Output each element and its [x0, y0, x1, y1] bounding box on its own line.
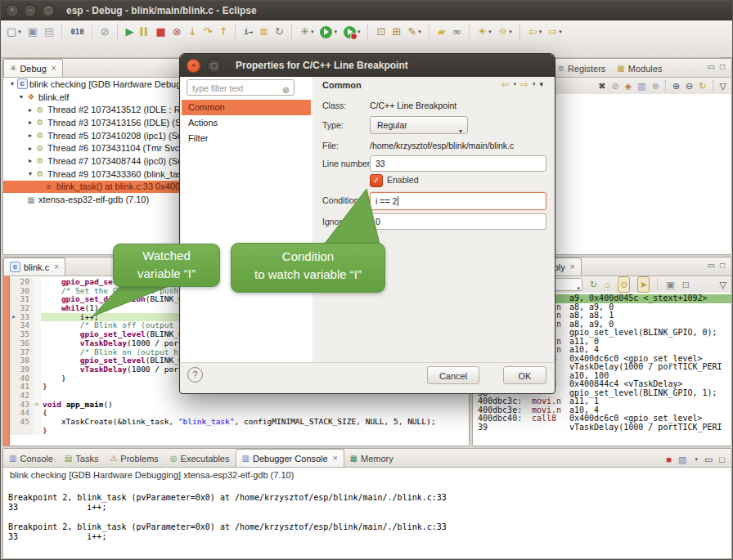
enabled-checkbox[interactable]: ✓	[370, 174, 383, 187]
expander-icon[interactable]: ▸	[26, 106, 34, 114]
close-icon[interactable]: ×	[333, 454, 338, 463]
tab-memory[interactable]: ▦Memory	[344, 450, 399, 467]
dialog-nav-common[interactable]: Common	[182, 100, 311, 115]
sync-active-context-icon[interactable]: ⊙	[618, 276, 630, 293]
close-icon[interactable]: ×	[52, 64, 56, 73]
terminate-console-icon[interactable]: ■	[666, 452, 672, 467]
minimize-icon[interactable]: ▭	[708, 62, 715, 71]
run-button[interactable]: ▾	[317, 24, 340, 40]
skip-all-breakpoints-button[interactable]: ⊘	[98, 24, 112, 40]
open-new-view-icon[interactable]: ▣	[666, 277, 674, 292]
expander-icon[interactable]: ▸	[26, 119, 34, 126]
tab-tasks[interactable]: ▤Tasks	[59, 450, 105, 467]
tab-executables[interactable]: ◎Executables	[164, 450, 236, 467]
maximize-icon[interactable]: □	[720, 62, 725, 71]
expander-icon[interactable]: ▸	[26, 157, 34, 164]
show-columns-icon[interactable]: ▥	[637, 78, 645, 93]
home-icon[interactable]: ⌂	[605, 277, 610, 292]
expander-icon[interactable]: ▾	[26, 170, 34, 177]
window-maximize-icon[interactable]: ▢	[42, 4, 55, 17]
chevron-down-icon[interactable]: ▾	[695, 456, 698, 463]
save-all-button[interactable]: ▤	[42, 24, 56, 40]
remove-selected-icon[interactable]: ✖	[598, 78, 605, 93]
forward-button[interactable]: ⇨▾	[546, 24, 564, 40]
chevron-down-icon[interactable]: ▾	[513, 81, 516, 87]
ignore-count-input[interactable]: 0	[370, 213, 546, 230]
cancel-button[interactable]: Cancel	[427, 366, 479, 384]
fold-marker[interactable]: ⊖	[33, 401, 41, 410]
help-icon[interactable]: ?	[187, 367, 203, 383]
tab-problems[interactable]: ⚠Problems	[104, 450, 164, 467]
open-resource-button[interactable]: ⊞	[389, 24, 403, 40]
profile-button[interactable]: ▾	[341, 24, 363, 40]
tab-debug[interactable]: ✳ Debug ×	[3, 59, 63, 77]
save-button[interactable]: ▣	[25, 24, 40, 40]
step-into-button[interactable]: ↓	[186, 24, 200, 40]
minimize-icon[interactable]: ▭	[708, 261, 715, 270]
expander-icon[interactable]: ▸	[26, 145, 34, 152]
line-number-input[interactable]: 33	[370, 155, 546, 172]
editor-scrollbar[interactable]	[3, 276, 10, 446]
ok-button[interactable]: OK	[503, 366, 546, 384]
maximize-icon[interactable]: □	[720, 261, 725, 270]
display-selected-console-icon[interactable]: ▥	[678, 452, 686, 467]
window-close-icon[interactable]: ×	[6, 4, 19, 17]
view-menu-icon[interactable]: ▾	[539, 80, 543, 88]
chevron-down-icon[interactable]: ▾	[533, 81, 536, 87]
expand-all-icon[interactable]: ⊕	[672, 78, 680, 93]
close-icon[interactable]: ×	[54, 262, 59, 271]
binary-file-button[interactable]: 010	[68, 24, 86, 40]
debug-button[interactable]: ✳▾	[298, 24, 316, 40]
deselect-default-icon[interactable]: ⊗	[652, 78, 659, 93]
step-over-button[interactable]: ↷	[201, 24, 215, 40]
editor-presentation-button[interactable]: ∞	[450, 24, 464, 40]
track-expression-icon[interactable]: ➤	[637, 276, 650, 293]
tab-debugger-console[interactable]: ▥Debugger Console×	[236, 449, 344, 467]
condition-input[interactable]: i == 2	[370, 192, 546, 210]
pin-view-icon[interactable]: ⊡	[682, 277, 690, 292]
dialog-maximize-icon[interactable]: ▢	[207, 59, 221, 73]
breakpoint-marker-icon[interactable]: ➤	[11, 313, 16, 322]
disconnect-button[interactable]: ⊗	[170, 24, 184, 40]
forward-icon[interactable]: ⇨	[520, 78, 528, 90]
next-annotation-button[interactable]: ☀▾	[475, 24, 494, 40]
collapse-all-icon[interactable]: ⊖	[686, 78, 693, 93]
search-button[interactable]: ✎▾	[405, 24, 423, 40]
tab-console[interactable]: ▥Console	[3, 450, 59, 467]
dialog-close-icon[interactable]: ×	[187, 59, 200, 73]
refresh-icon[interactable]: ↻	[699, 78, 706, 93]
step-return-button[interactable]: ↑	[216, 24, 230, 40]
previous-annotation-button[interactable]: ☼▾	[496, 24, 515, 40]
view-menu-icon[interactable]: ▽	[720, 277, 726, 292]
tab-modules[interactable]: ▦Modules	[611, 60, 668, 77]
show-stepping-mode-button[interactable]: ≣	[257, 24, 271, 40]
type-select[interactable]: Regular ▾	[370, 116, 468, 134]
resume-button[interactable]: ▶	[124, 24, 137, 40]
new-wizard-button[interactable]: ▢▾	[4, 24, 24, 40]
tab-blink-c[interactable]: c blink.c ×	[3, 258, 65, 276]
window-minimize-icon[interactable]: –	[24, 4, 37, 17]
instruction-stepping-button[interactable]: i→	[241, 24, 255, 40]
expander-icon[interactable]: ▾	[8, 80, 16, 87]
close-icon[interactable]: ×	[570, 262, 575, 271]
expander-icon[interactable]: ▾	[17, 93, 25, 101]
back-button[interactable]: ⇦▾	[526, 24, 544, 40]
suspend-button[interactable]: ▌▌	[138, 24, 152, 40]
tab-registers[interactable]: ≣Registers	[552, 60, 612, 77]
dialog-nav-actions[interactable]: Actions	[182, 115, 311, 131]
mark-occurrences-button[interactable]: ▰	[435, 24, 448, 40]
back-icon[interactable]: ⇦	[501, 78, 509, 90]
remove-all-icon[interactable]: ⊘	[612, 78, 619, 93]
view-menu-icon[interactable]: ▽	[720, 78, 726, 93]
filter-input[interactable]: type filter text ⊗	[187, 79, 295, 96]
dialog-nav-filter[interactable]: Filter	[182, 131, 311, 146]
reverse-debugging-button[interactable]: ↻	[272, 24, 286, 40]
refresh-view-icon[interactable]: ↻	[590, 277, 597, 292]
maximize-console-icon[interactable]: □	[719, 452, 725, 467]
minimize-console-icon[interactable]: ▭	[704, 452, 713, 467]
add-register-group-icon[interactable]: ◈	[625, 78, 632, 93]
clear-filter-icon[interactable]: ⊗	[282, 82, 290, 98]
terminate-button[interactable]: ■	[153, 24, 168, 40]
expander-icon[interactable]: ▸	[26, 132, 34, 139]
console-output[interactable]: Breakpoint 2, blink_task (pvParameter=0x…	[8, 493, 447, 542]
